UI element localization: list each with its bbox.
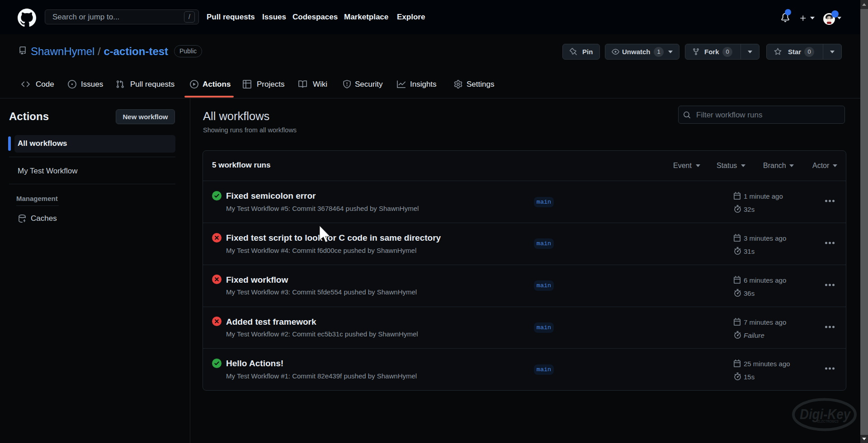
svg-text:ELECTRONICS: ELECTRONICS — [817, 419, 839, 424]
